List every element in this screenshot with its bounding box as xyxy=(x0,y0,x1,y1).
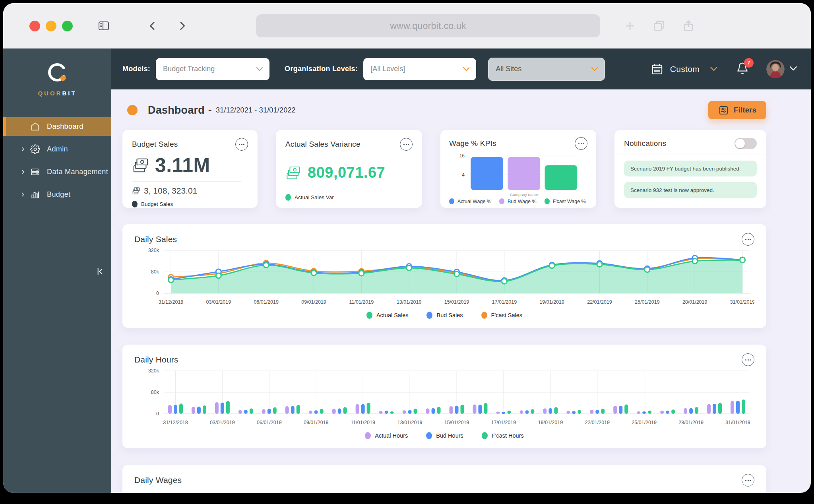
budget-sales-subvalue: 3, 108, 323.01 xyxy=(144,186,197,196)
user-avatar[interactable] xyxy=(766,60,785,78)
title-separator: - xyxy=(208,104,212,116)
ellipsis-menu-icon[interactable] xyxy=(742,233,754,246)
svg-text:17/01/2019: 17/01/2019 xyxy=(492,299,517,305)
bar xyxy=(742,399,745,414)
address-bar[interactable]: www.quorbit.co.uk xyxy=(256,14,600,37)
bar xyxy=(197,407,201,414)
chart-legend: Actual SalesBud SalesF'cast Sales xyxy=(134,312,754,319)
bar xyxy=(519,410,523,414)
svg-text:320k: 320k xyxy=(148,368,159,374)
chevron-down-icon xyxy=(591,67,598,72)
bar xyxy=(545,165,578,190)
url-text: www.quorbit.co.uk xyxy=(390,21,466,31)
ellipsis-menu-icon[interactable] xyxy=(742,474,754,487)
zoom-window-button[interactable] xyxy=(62,21,73,31)
bar xyxy=(718,403,722,414)
notifications-bell[interactable]: 7 xyxy=(736,62,749,76)
models-label: Models: xyxy=(122,65,150,73)
bar xyxy=(379,411,383,414)
bar xyxy=(426,409,430,414)
data-point xyxy=(692,259,698,264)
daily-wages-panel: Daily Wages 26k xyxy=(122,465,766,493)
panel-title: Daily Wages xyxy=(134,475,182,485)
legend-dot xyxy=(426,432,432,439)
share-icon[interactable] xyxy=(682,19,695,32)
bar xyxy=(356,404,359,414)
sites-select[interactable]: All Sites xyxy=(488,58,605,81)
bar xyxy=(660,411,664,414)
bar xyxy=(508,157,540,190)
legend-label: Actual Wage % xyxy=(457,199,491,204)
filters-button[interactable]: Filters xyxy=(708,101,766,119)
money-stack-icon xyxy=(285,165,302,181)
bar xyxy=(179,403,183,414)
ellipsis-menu-icon[interactable] xyxy=(575,137,587,150)
bar xyxy=(507,411,511,414)
svg-text:28/01/2019: 28/01/2019 xyxy=(678,420,704,425)
sidebar-item-data-management[interactable]: Data Management xyxy=(3,163,111,181)
sidebar-collapse-icon[interactable] xyxy=(95,266,105,278)
divider xyxy=(614,155,766,155)
sidebar-item-dashboard[interactable]: Dashboard xyxy=(3,117,111,136)
legend-dot xyxy=(545,198,550,204)
legend-label: Bud Wage % xyxy=(508,199,537,204)
new-tab-icon[interactable] xyxy=(624,20,636,32)
bar xyxy=(601,409,605,414)
models-select[interactable]: Budget Tracking xyxy=(156,58,269,80)
legend-dot xyxy=(481,312,487,319)
svg-text:31/01/2019: 31/01/2019 xyxy=(725,420,750,425)
svg-text:15/01/2019: 15/01/2019 xyxy=(444,299,469,305)
svg-text:0: 0 xyxy=(156,411,159,417)
chevron-right-icon xyxy=(20,169,26,175)
forward-icon[interactable] xyxy=(176,20,188,32)
legend-label: F'cast Wage % xyxy=(553,199,586,204)
date-range-picker[interactable]: Custom xyxy=(651,62,718,76)
back-icon[interactable] xyxy=(147,20,159,32)
page-header: Dashboard - 31/12/2021 - 31/01/2022 Filt… xyxy=(122,101,766,119)
server-icon xyxy=(30,167,41,177)
svg-text:31/01/2019: 31/01/2019 xyxy=(730,299,754,305)
kpi-row: Budget Sales 3.11M 3, 108, 323.01 xyxy=(122,130,766,208)
svg-text:19/01/2019: 19/01/2019 xyxy=(539,299,564,305)
svg-text:25/01/2019: 25/01/2019 xyxy=(635,299,660,305)
bar xyxy=(338,409,341,414)
ellipsis-menu-icon[interactable] xyxy=(742,353,754,366)
bar xyxy=(390,411,394,414)
ellipsis-menu-icon[interactable] xyxy=(400,138,413,151)
bar xyxy=(473,404,476,414)
notification-badge: 7 xyxy=(744,58,754,68)
browser-sidebar-toggle-icon[interactable] xyxy=(97,19,110,32)
toggle-knob xyxy=(735,139,745,148)
bar xyxy=(671,409,675,414)
money-stack-icon xyxy=(132,156,150,174)
bar xyxy=(285,406,289,414)
bar xyxy=(437,407,441,414)
bar xyxy=(595,410,599,414)
account-menu-chevron-icon[interactable] xyxy=(789,66,797,73)
legend-label: Budget Sales xyxy=(141,201,173,207)
sidebar-item-budget[interactable]: Budget xyxy=(3,185,111,204)
card-title: Actual Sales Variance xyxy=(285,140,360,149)
chart-legend: Actual Wage %Bud Wage %F'cast Wage % xyxy=(449,198,587,204)
sidebar-item-admin[interactable]: Admin xyxy=(3,140,111,159)
tabs-overview-icon[interactable] xyxy=(653,19,665,32)
notifications-toggle[interactable] xyxy=(735,138,757,149)
svg-text:22/01/2019: 22/01/2019 xyxy=(585,420,610,425)
bar xyxy=(689,408,693,414)
home-icon xyxy=(30,122,41,132)
bar xyxy=(408,410,412,414)
legend-item: Actual Hours xyxy=(365,432,408,439)
chevron-down-icon xyxy=(463,67,470,72)
legend-item: F'cast Wage % xyxy=(545,198,586,204)
sidebar-item-label: Admin xyxy=(47,145,68,153)
svg-text:13/01/2019: 13/01/2019 xyxy=(397,299,422,305)
close-window-button[interactable] xyxy=(29,21,40,31)
minimize-window-button[interactable] xyxy=(46,21,56,31)
bar xyxy=(414,409,417,414)
ellipsis-menu-icon[interactable] xyxy=(235,138,248,151)
bar xyxy=(343,407,347,414)
page-title: Dashboard xyxy=(148,104,205,116)
wage-kpis-card: Wage % KPIs 164Company name Actual Wage … xyxy=(440,130,596,208)
chevron-right-icon xyxy=(20,192,26,198)
org-levels-select[interactable]: [All Levels] xyxy=(363,58,476,80)
